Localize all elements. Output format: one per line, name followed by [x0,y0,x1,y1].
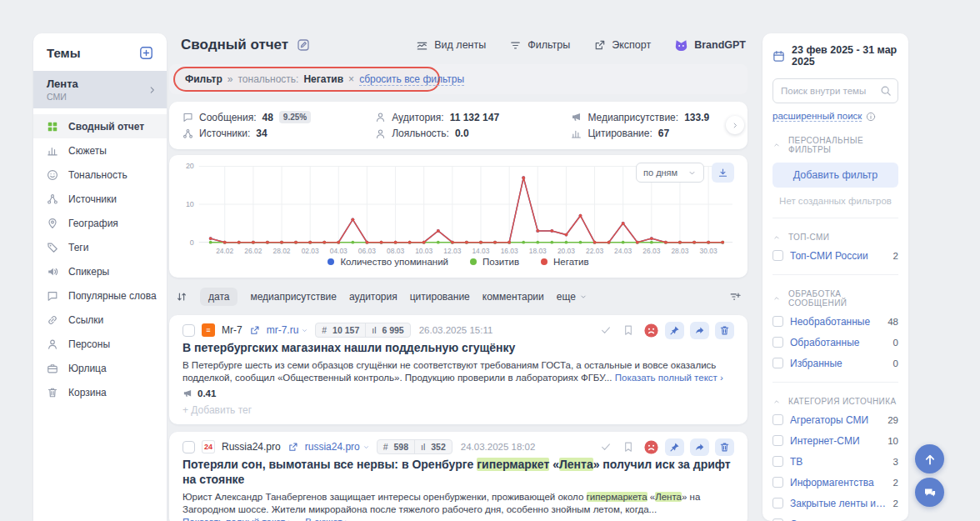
map-pin-icon [47,218,58,229]
sidebar-item-istochniki[interactable]: Источники [33,187,167,211]
sidebar-item-syuzhety[interactable]: Сюжеты [33,138,167,163]
delete-post-button[interactable] [715,438,734,456]
sort-option-comments[interactable]: комментарии [482,291,544,303]
share-post-button[interactable] [690,438,709,456]
chevron-down-icon [301,327,308,334]
sort-direction-icon[interactable] [176,291,188,303]
sidebar-item-svodnyy-otchet[interactable]: Сводный отчет [33,114,167,138]
to-plot-link[interactable]: В сюжет › [305,517,348,521]
svg-text:18.03: 18.03 [529,247,547,255]
sidebar-item-spikery[interactable]: Спикеры [33,259,167,283]
speaker-icon [47,266,58,278]
chevron-up-icon [772,233,781,242]
post-checkbox[interactable] [182,441,195,453]
support-chat-button[interactable] [915,478,944,507]
source-domain-dropdown[interactable]: russia24.pro [305,441,370,453]
legend-positive[interactable]: Позитив [470,257,519,267]
section-top-smi[interactable]: ТОП-СМИ [772,233,898,242]
post-body: В Петербурге шесть из семи образцов сгущ… [182,359,728,385]
show-full-text-link[interactable]: Показать полный текст › [615,373,723,383]
feed-view-button[interactable]: Вид ленты [416,39,486,52]
page-title: Сводный отчет [181,37,288,53]
filter-checkbox[interactable] [772,358,783,368]
filter-checkbox[interactable] [772,456,783,467]
sidebar-item-tonalnost[interactable]: Тональность [33,163,167,187]
pin-post-button[interactable] [665,322,684,339]
sidebar-item-yurlitsa[interactable]: Юрлица [33,356,167,380]
source-favicon: ≡ [202,323,215,337]
svg-text:04.03: 04.03 [330,247,348,255]
section-processing[interactable]: ОБРАБОТКА СООБЩЕНИЙ [772,289,898,308]
filter-checkbox[interactable] [772,316,783,327]
post-title[interactable]: В петербургских магазинах нашли поддельн… [182,341,732,356]
sort-option-date[interactable]: дата [200,288,238,306]
chevron-up-icon [772,398,781,406]
legend-mentions[interactable]: Количество упоминаний [328,257,448,267]
pin-post-button[interactable] [665,438,684,456]
svg-text:24.02: 24.02 [216,247,233,255]
date-range-picker[interactable]: 23 фев 2025 - 31 мар 2025 [772,44,898,68]
sort-option-audience[interactable]: аудитория [349,291,398,303]
reset-filters-link[interactable]: сбросить все фильтры [359,73,464,86]
sidebar-item-persony[interactable]: Персоны [33,332,167,356]
mark-processed-icon[interactable] [598,438,614,455]
sidebar-item-populyarnye-slova[interactable]: Популярные слова [33,283,167,308]
edit-report-icon[interactable] [297,38,310,52]
stats-summary: Сообщения: 48 9.25% Источники: 34 Аудито… [169,102,748,149]
add-topic-icon[interactable] [139,46,153,60]
filters-button[interactable]: Фильтры [509,39,570,52]
filter-row-processed: Обработанные 0 [772,335,898,349]
filter-checkbox[interactable] [772,498,783,508]
scroll-to-top-button[interactable] [915,444,944,473]
add-tag-button[interactable]: + Добавить тег [182,404,734,416]
sidebar-item-tegi[interactable]: Теги [33,235,167,259]
add-filter-icon[interactable] [729,291,741,303]
brandgpt-button[interactable]: BrandGPT [674,38,746,53]
sidebar-item-korzina[interactable]: Корзина [33,380,167,404]
filter-checkbox[interactable] [772,250,783,261]
sidebar-item-ssylki[interactable]: Ссылки [33,308,167,332]
section-source-category[interactable]: КАТЕГОРИЯ ИСТОЧНИКА [772,397,898,406]
delete-post-button[interactable] [715,322,734,339]
filter-row-closed-feeds: Закрытые ленты информа... 2 [772,496,898,510]
sort-more-dropdown[interactable]: еще [557,291,588,303]
chart-download-button[interactable] [712,163,734,183]
search-icon[interactable] [880,85,892,97]
share-post-button[interactable] [690,322,709,339]
filter-checkbox[interactable] [772,435,783,446]
advanced-search-link[interactable]: расширенный поиск [772,111,862,122]
show-full-text-link[interactable]: Показать полный текст › [182,517,291,521]
filter-value: Негатив [303,73,343,85]
sort-option-media-presence[interactable]: медиаприсутствие [250,291,337,303]
sidebar-item-geografiya[interactable]: География [33,211,167,235]
section-personal-filters[interactable]: ПЕРСОНАЛЬНЫЕ ФИЛЬТРЫ [772,136,898,154]
post-title[interactable]: Потеряли сон, вымотаны все нервы: в Орен… [182,458,732,488]
export-button[interactable]: Экспорт [593,39,651,52]
source-domain-dropdown[interactable]: mr-7.ru [267,324,309,336]
bookmark-icon[interactable] [620,438,637,455]
filter-checkbox[interactable] [772,477,783,488]
post-checkbox[interactable] [182,324,195,337]
svg-text:06.03: 06.03 [358,247,376,255]
info-icon[interactable] [866,112,876,122]
sidebar-nav: Сводный отчет Сюжеты Тональность Источни… [33,108,167,404]
mark-processed-icon[interactable] [598,322,614,338]
sort-option-citation[interactable]: цитирование [410,291,470,303]
filter-checkbox[interactable] [772,414,783,425]
green-dot-icon [470,258,477,265]
network-icon [47,193,58,205]
sort-bar: дата медиаприсутствие аудитория цитирова… [169,286,748,308]
bookmark-icon[interactable] [620,322,637,338]
stats-next-button[interactable] [726,116,744,134]
period-select[interactable]: по дням [636,163,704,183]
filter-remove-icon[interactable]: × [348,73,354,85]
negative-sentiment-icon[interactable] [642,438,659,455]
sources-icon [182,128,193,139]
selected-topic[interactable]: Лента СМИ [33,71,167,108]
negative-sentiment-icon[interactable] [642,322,659,338]
legend-negative[interactable]: Негатив [541,257,589,267]
external-link-icon[interactable] [288,442,298,453]
external-link-icon[interactable] [249,325,260,336]
add-filter-button[interactable]: Добавить фильтр [772,163,898,188]
filter-checkbox[interactable] [772,337,783,348]
